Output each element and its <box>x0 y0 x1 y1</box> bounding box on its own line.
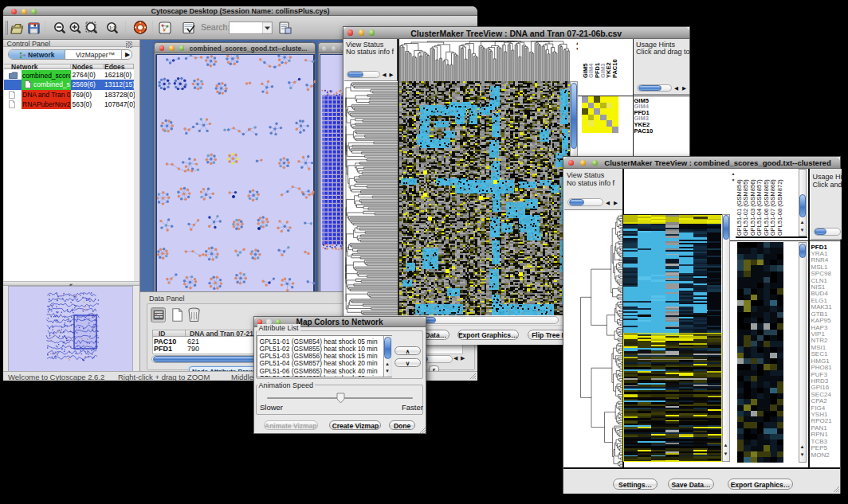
svg-text:1:1: 1:1 <box>109 25 116 30</box>
svg-text:Search:: Search: <box>201 22 230 32</box>
